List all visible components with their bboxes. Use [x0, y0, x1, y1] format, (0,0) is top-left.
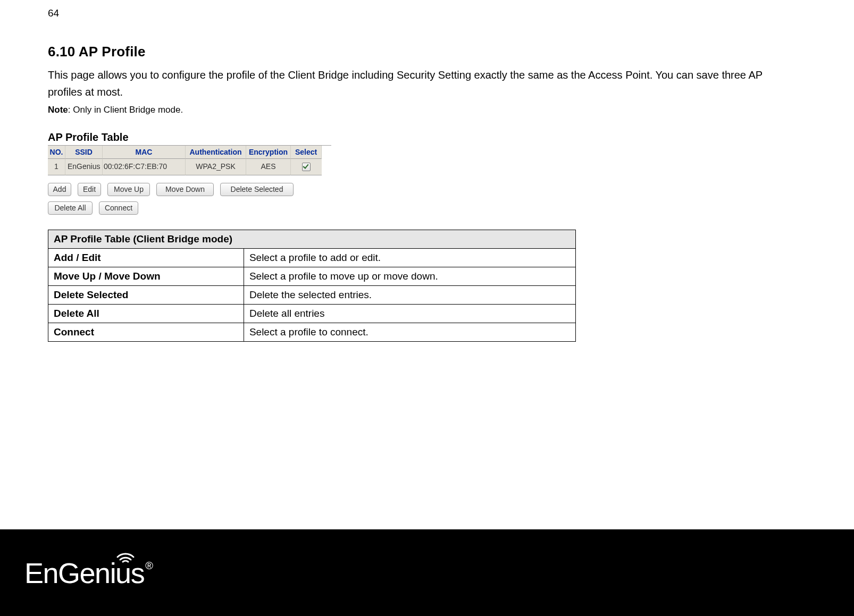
table-row: Add / Edit Select a profile to add or ed… [48, 249, 576, 267]
connect-button[interactable]: Connect [99, 201, 138, 215]
ap-profile-graphic: AP Profile Table NO. SSID MAC Authentica… [48, 131, 331, 215]
table-row: Move Up / Move Down Select a profile to … [48, 267, 576, 286]
desc-key: Delete Selected [48, 286, 244, 305]
desc-value: Delete all entries [244, 305, 575, 323]
move-up-button[interactable]: Move Up [107, 183, 150, 196]
table-row: Connect Select a profile to connect. [48, 323, 576, 342]
logo-text-a: EnGen [24, 557, 110, 589]
desc-key: Add / Edit [48, 249, 244, 267]
col-ssid: SSID [65, 146, 103, 159]
delete-all-button[interactable]: Delete All [48, 201, 93, 215]
cell-select[interactable] [291, 159, 322, 175]
table-row: Delete All Delete all entries [48, 305, 576, 323]
desc-key: Move Up / Move Down [48, 267, 244, 286]
desc-value: Delete the selected entries. [244, 286, 575, 305]
table-row: Delete Selected Delete the selected entr… [48, 286, 576, 305]
cell-no: 1 [48, 159, 65, 175]
ap-profile-title: AP Profile Table [48, 131, 331, 144]
section-heading: 6.10 AP Profile [48, 44, 806, 60]
footer: EnGenius® [0, 529, 854, 616]
wifi-icon [116, 548, 135, 564]
col-select: Select [291, 146, 322, 159]
page-number: 64 [48, 7, 806, 19]
desc-value: Select a profile to move up or move down… [244, 267, 575, 286]
edit-button[interactable]: Edit [78, 183, 101, 196]
desc-value: Select a profile to add or edit. [244, 249, 575, 267]
cell-enc: AES [246, 159, 291, 175]
description-table: AP Profile Table (Client Bridge mode) Ad… [48, 230, 576, 342]
move-down-button[interactable]: Move Down [156, 183, 214, 196]
add-button[interactable]: Add [48, 183, 71, 196]
engenius-logo: EnGenius® [24, 556, 162, 589]
col-enc: Encryption [246, 146, 291, 159]
cell-mac: 00:02:6F:C7:EB:70 [103, 159, 186, 175]
desc-table-title: AP Profile Table (Client Bridge mode) [48, 230, 576, 249]
col-mac: MAC [103, 146, 186, 159]
desc-key: Connect [48, 323, 244, 342]
desc-value: Select a profile to connect. [244, 323, 575, 342]
note-label: Note [48, 105, 68, 115]
desc-key: Delete All [48, 305, 244, 323]
delete-selected-button[interactable]: Delete Selected [220, 183, 294, 196]
registered-icon: ® [145, 560, 152, 571]
intro-text: This page allows you to configure the pr… [48, 66, 792, 100]
note-text: : Only in Client Bridge mode. [68, 105, 183, 115]
col-auth: Authentication [186, 146, 246, 159]
note-line: Note: Only in Client Bridge mode. [48, 105, 806, 115]
cell-auth: WPA2_PSK [186, 159, 246, 175]
checkbox-checked-icon[interactable] [302, 163, 311, 171]
cell-ssid: EnGenius [65, 159, 103, 175]
col-no: NO. [48, 146, 65, 159]
